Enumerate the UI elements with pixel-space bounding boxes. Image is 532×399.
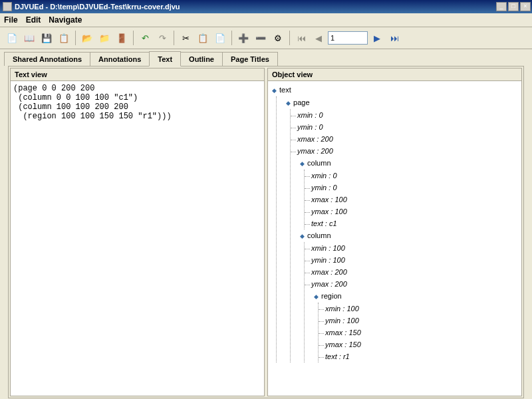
tree-leaf-xmax[interactable]: xmax : 200: [313, 266, 519, 278]
last-page-icon[interactable]: ⏭: [386, 30, 402, 46]
menubar: File Edit Navigate: [0, 13, 532, 27]
titlebar-text: DJVUEd - D:\temp\DJVUEd-Test\krru-cover.…: [15, 3, 496, 11]
tree-leaf-xmax[interactable]: xmax : 150: [327, 327, 519, 338]
tree-toggle-icon[interactable]: ◆: [299, 230, 305, 242]
save-icon[interactable]: 💾: [39, 30, 55, 46]
separator: [289, 31, 290, 45]
separator: [133, 31, 134, 45]
text-line: (page 0 0 200 200: [13, 84, 261, 93]
tree-leaf-ymax[interactable]: ymax : 200: [313, 278, 519, 290]
minimize-button[interactable]: _: [496, 2, 507, 11]
paste-icon[interactable]: 📄: [212, 30, 228, 46]
content-area: Text view (page 0 0 200 200 (column 0 0 …: [8, 66, 524, 398]
menu-file[interactable]: File: [4, 15, 18, 25]
tree-leaf-ymin[interactable]: ymin : 0: [299, 121, 519, 133]
tree-node-page[interactable]: ◆ page: [285, 96, 519, 109]
tree-leaf-ymax[interactable]: ymax : 150: [327, 338, 519, 350]
tree-leaf-text[interactable]: text : c1: [313, 217, 519, 229]
tab-annotations[interactable]: Annotations: [90, 52, 150, 66]
tree-node-text[interactable]: ◆ text: [271, 84, 519, 96]
tree-leaf-xmax[interactable]: xmax : 100: [313, 194, 519, 205]
add-page-icon[interactable]: ➕: [235, 30, 251, 46]
page-number-input[interactable]: [328, 31, 368, 45]
tree-leaf-xmax[interactable]: xmax : 200: [299, 133, 519, 145]
app-icon: [3, 2, 12, 11]
menu-edit[interactable]: Edit: [26, 15, 41, 25]
cut-icon[interactable]: ✂: [178, 30, 194, 46]
tab-shared-annotations[interactable]: Shared Annotations: [4, 52, 90, 66]
object-view-pane: Object view ◆ text ◆ page xmin : 0 ymin …: [267, 68, 522, 396]
tree-toggle-icon[interactable]: ◆: [285, 97, 291, 109]
tree-node-column[interactable]: ◆ column: [299, 229, 519, 242]
tree-node-column[interactable]: ◆ column: [299, 157, 519, 170]
text-line: (column 0 0 100 100 "c1"): [13, 93, 261, 102]
text-view-body[interactable]: (page 0 0 200 200 (column 0 0 100 100 "c…: [11, 81, 264, 396]
tree-leaf-xmin[interactable]: xmin : 0: [313, 170, 519, 182]
tree-leaf-ymin[interactable]: ymin : 100: [327, 315, 519, 327]
next-page-icon[interactable]: ▶: [369, 30, 385, 46]
maximize-button[interactable]: □: [508, 2, 519, 11]
text-line: (column 100 100 200 200: [13, 102, 261, 112]
tab-outline[interactable]: Outline: [180, 52, 223, 66]
tabs: Shared Annotations Annotations Text Outl…: [0, 49, 532, 398]
close-button[interactable]: ×: [520, 2, 531, 11]
tree-leaf-ymax[interactable]: ymax : 200: [299, 145, 519, 157]
settings-icon[interactable]: ⚙: [270, 30, 286, 46]
window-controls: _ □ ×: [496, 2, 531, 11]
folder-icon[interactable]: 📁: [96, 30, 112, 46]
separator: [75, 31, 76, 45]
save-as-icon[interactable]: 📋: [56, 30, 72, 46]
undo-icon[interactable]: ↶: [137, 30, 153, 46]
tree-leaf-ymin[interactable]: ymin : 100: [313, 254, 519, 266]
tree-node-region[interactable]: ◆ region: [313, 290, 519, 303]
tree-leaf-ymin[interactable]: ymin : 0: [313, 182, 519, 194]
new-icon[interactable]: 📄: [4, 30, 20, 46]
tree-leaf-ymax[interactable]: ymax : 100: [313, 205, 519, 217]
text-view-pane: Text view (page 0 0 200 200 (column 0 0 …: [10, 68, 265, 396]
text-line: (region 100 100 150 150 "r1"))): [13, 112, 261, 121]
tree-leaf-xmin[interactable]: xmin : 100: [313, 242, 519, 254]
text-view-header: Text view: [11, 68, 264, 81]
tree-leaf-xmin[interactable]: xmin : 100: [327, 303, 519, 315]
tree-toggle-icon[interactable]: ◆: [271, 84, 277, 96]
object-tree[interactable]: ◆ text ◆ page xmin : 0 ymin : 0 xmax : 2…: [268, 81, 521, 396]
tree-leaf-xmin[interactable]: xmin : 0: [299, 109, 519, 121]
open-icon[interactable]: 📖: [21, 30, 37, 46]
remove-page-icon[interactable]: ➖: [253, 30, 269, 46]
object-view-header: Object view: [268, 68, 521, 81]
tab-page-titles[interactable]: Page Titles: [222, 52, 278, 66]
separator: [231, 31, 232, 45]
separator: [174, 31, 174, 45]
folder-open-icon[interactable]: 📂: [79, 30, 95, 46]
tab-text[interactable]: Text: [149, 51, 181, 66]
tree-toggle-icon[interactable]: ◆: [299, 158, 305, 170]
redo-icon[interactable]: ↷: [154, 30, 170, 46]
toolbar: 📄 📖 💾 📋 📂 📁 🚪 ↶ ↷ ✂ 📋 📄 ➕ ➖ ⚙ ⏮ ◀ ▶ ⏭: [0, 27, 532, 49]
exit-icon[interactable]: 🚪: [114, 30, 130, 46]
titlebar: DJVUEd - D:\temp\DJVUEd-Test\krru-cover.…: [0, 0, 532, 13]
prev-page-icon[interactable]: ◀: [311, 30, 327, 46]
first-page-icon[interactable]: ⏮: [293, 30, 309, 46]
tree-leaf-text[interactable]: text : r1: [327, 350, 519, 362]
copy-icon[interactable]: 📋: [195, 30, 211, 46]
menu-navigate[interactable]: Navigate: [49, 15, 82, 25]
tree-toggle-icon[interactable]: ◆: [313, 291, 319, 303]
